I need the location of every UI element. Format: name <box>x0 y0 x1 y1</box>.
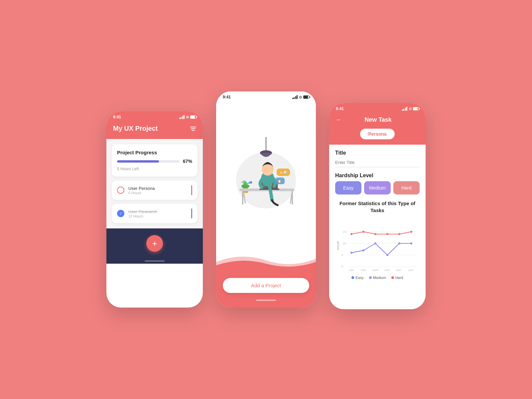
svg-text:5: 5 <box>341 253 343 257</box>
progress-fill <box>117 160 159 163</box>
persona-tab[interactable]: Persona <box>360 129 394 139</box>
svg-text:JUN: JUN <box>408 269 413 272</box>
phone2-bottom: Add a Project <box>216 268 316 308</box>
svg-text:15: 15 <box>343 230 346 233</box>
svg-point-46 <box>398 242 400 244</box>
legend-easy-dot <box>351 276 354 279</box>
progress-card: Project Progress 67% 6 Hours Left <box>112 144 198 177</box>
legend-easy-label: Easy <box>355 276 363 280</box>
task-accent-research <box>191 208 192 218</box>
svg-text:📊: 📊 <box>284 171 287 174</box>
task-name-persona: User Persona <box>128 186 187 191</box>
legend-hard-label: Hard <box>395 276 403 280</box>
progress-row: 67% <box>117 159 192 164</box>
svg-text:0: 0 <box>341 265 343 268</box>
home-indicator-1 <box>106 258 203 264</box>
svg-point-49 <box>362 231 364 233</box>
svg-text:JAN: JAN <box>349 269 354 272</box>
status-icons-1: ⊖ <box>179 115 197 119</box>
svg-point-42 <box>350 252 352 254</box>
svg-point-44 <box>374 242 376 244</box>
title-input[interactable] <box>335 158 420 167</box>
phone-3: 9:41 ⊙ ← New Task Persona Title <box>329 103 426 309</box>
phone1-bottom: + <box>106 228 203 258</box>
filter-icon[interactable] <box>190 127 196 131</box>
chart-section: Former Statistics of this Type of Tasks … <box>335 200 420 280</box>
status-icons-2: ⊙ <box>292 95 310 99</box>
status-bar-2: 9:41 ⊙ <box>216 91 316 101</box>
wifi-icon-3: ⊙ <box>409 107 412 111</box>
svg-point-45 <box>386 254 388 256</box>
svg-point-52 <box>398 233 400 235</box>
y-axis-label: HOUR <box>335 218 340 273</box>
task-info-research: User Research 12 Hours <box>128 209 187 218</box>
progress-label: Project Progress <box>117 150 192 155</box>
desk-illustration: ✉ 📊 📋 <box>223 135 309 215</box>
fab-button[interactable]: + <box>146 235 163 252</box>
hardship-medium-button[interactable]: Medium <box>364 181 390 195</box>
task-name-research: User Research <box>128 209 187 214</box>
hardship-hard-button[interactable]: Hard <box>393 181 420 195</box>
svg-point-53 <box>410 231 412 233</box>
signal-icon-2 <box>292 95 298 99</box>
phone1-title: My UX Project <box>113 125 158 132</box>
status-time-1: 9:41 <box>113 115 121 119</box>
hardship-row: Easy Medium Hard <box>335 181 420 195</box>
signal-icon-3 <box>402 107 408 111</box>
phone1-header: My UX Project <box>106 121 203 139</box>
legend-medium-dot <box>369 276 372 279</box>
task-hours-persona: 6 Hours <box>128 191 187 195</box>
phone3-header: ← New Task <box>329 113 426 129</box>
title-section: Title <box>335 150 420 167</box>
phone1-content: Project Progress 67% 6 Hours Left User P… <box>106 139 203 228</box>
task-info-persona: User Persona 6 Hours <box>128 186 187 195</box>
svg-text:MAR: MAR <box>373 269 379 272</box>
chart-container: HOUR 0 5 10 15 <box>335 218 420 273</box>
svg-rect-6 <box>242 191 243 204</box>
legend-hard-dot <box>391 276 394 279</box>
task-hours-research: 12 Hours <box>128 214 187 218</box>
status-icons-3: ⊙ <box>402 107 419 111</box>
svg-point-43 <box>362 249 364 251</box>
task-accent-persona <box>191 185 192 195</box>
task-item-research[interactable]: ✓ User Research 12 Hours <box>112 204 198 223</box>
battery-icon-1 <box>190 115 196 119</box>
phone-1: 9:41 ⊖ My UX Project Project Progress <box>106 111 203 308</box>
task-circle-persona <box>117 187 124 194</box>
phone3-title: New Task <box>345 116 411 123</box>
status-time-2: 9:41 <box>223 95 231 99</box>
wifi-icon-2: ⊙ <box>299 95 302 99</box>
signal-icon-1 <box>179 115 185 119</box>
task-item-persona[interactable]: User Persona 6 Hours <box>112 181 198 200</box>
wifi-icon-1: ⊖ <box>186 115 189 119</box>
battery-icon-2 <box>303 95 309 99</box>
status-time-3: 9:41 <box>336 106 344 111</box>
svg-rect-17 <box>277 169 290 176</box>
legend-medium: Medium <box>369 276 386 280</box>
task-circle-research: ✓ <box>117 210 124 217</box>
svg-point-4 <box>241 184 249 188</box>
battery-icon-3 <box>413 107 419 110</box>
chart-area: 0 5 10 15 JAN FEB MAR APR <box>340 218 420 273</box>
hardship-section: Hardship Level Easy Medium Hard <box>335 173 420 195</box>
svg-point-48 <box>350 233 352 235</box>
add-project-button[interactable]: Add a Project <box>223 278 309 293</box>
legend-hard: Hard <box>391 276 403 280</box>
tab-bar: Persona <box>329 129 426 145</box>
home-bar-2 <box>256 300 276 301</box>
svg-point-47 <box>410 242 412 244</box>
chart-legend: Easy Medium Hard <box>335 276 420 280</box>
progress-percent: 67% <box>183 159 192 164</box>
home-bar-1 <box>145 260 165 262</box>
svg-text:MAY: MAY <box>396 269 402 272</box>
hardship-easy-button[interactable]: Easy <box>335 181 361 195</box>
svg-text:10: 10 <box>343 242 346 245</box>
back-arrow-icon[interactable]: ← <box>336 116 342 123</box>
svg-point-50 <box>374 233 376 235</box>
svg-point-51 <box>386 233 388 235</box>
chart-svg: 0 5 10 15 JAN FEB MAR APR <box>340 218 420 272</box>
legend-medium-label: Medium <box>373 276 386 280</box>
title-label: Title <box>335 150 420 156</box>
svg-text:📋: 📋 <box>278 179 282 183</box>
svg-text:APR: APR <box>384 269 390 272</box>
